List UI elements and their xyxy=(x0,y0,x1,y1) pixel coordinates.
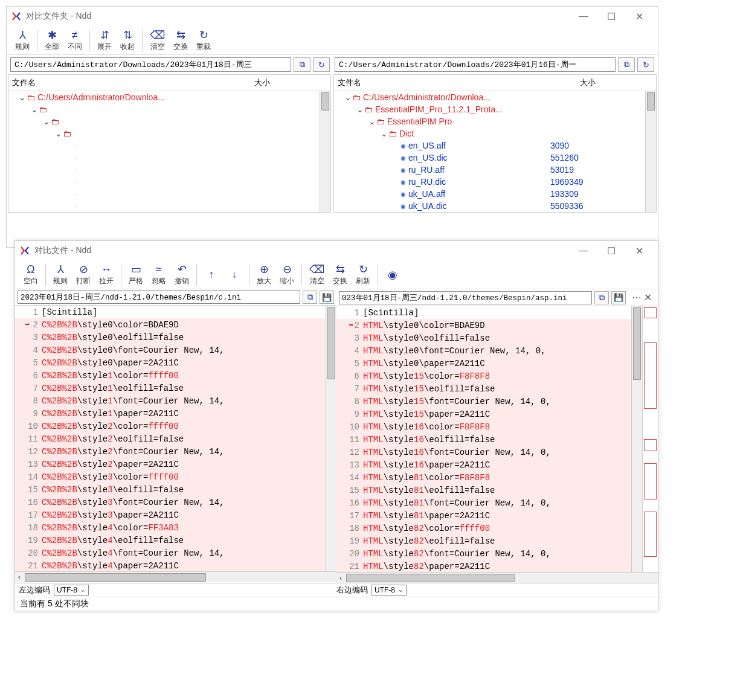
tree-file[interactable]: ◉ru_RU.aff53019 xyxy=(334,164,645,176)
col-size[interactable]: 大小 xyxy=(254,77,327,88)
app-icon xyxy=(20,246,30,254)
folder-icon: 🗀 xyxy=(376,117,385,126)
tree-folder[interactable]: ⌄🗀Dict xyxy=(334,127,645,140)
file-icon: ◉ xyxy=(400,143,406,149)
tree-folder[interactable]: ⌄🗀C:/Users/Administrator/Downloa... xyxy=(8,91,320,103)
titlebar-top: 对比文件夹 - Ndd — ☐ ✕ xyxy=(7,7,658,26)
toolbar-btn-0[interactable]: ⅄规则 xyxy=(11,27,33,53)
right-path-input[interactable] xyxy=(335,57,616,72)
left-tree-scrollbar[interactable] xyxy=(320,91,330,212)
dot-icon: · xyxy=(75,167,77,173)
tree-file[interactable]: ◉ru_RU.dic1969349 xyxy=(334,176,645,188)
dot-icon: · xyxy=(75,143,77,149)
toolbar-btn-1[interactable]: ✱全部 xyxy=(41,27,63,53)
tree-file[interactable]: · xyxy=(8,140,320,152)
window-title-top: 对比文件夹 - Ndd xyxy=(26,11,570,22)
right-browse-button[interactable]: ⧉ xyxy=(618,57,635,72)
dot-icon: · xyxy=(75,191,77,197)
folder-icon: 🗀 xyxy=(27,92,35,102)
tree-folder[interactable]: ⌄🗀EssentialPIM_Pro_11.2.1_Prota... xyxy=(334,103,645,115)
toolbar-btn-4[interactable]: ⇅收起 xyxy=(117,27,138,53)
file-icon: ◉ xyxy=(400,167,406,173)
col-filename[interactable]: 文件名 xyxy=(12,77,254,88)
right-refresh-button[interactable]: ↻ xyxy=(637,57,654,72)
tree-folder[interactable]: ⌄🗀C:/Users/Administrator/Downloa... xyxy=(334,91,645,103)
file-compare-window: 对比文件 - Ndd — ☐ ✕ Ω空白⅄规则⊘打断↔拉开▭严格≈忽略↶撤销↑↓… xyxy=(14,240,658,254)
tree-file[interactable]: ◉uk_UA.dic5509336 xyxy=(334,200,645,212)
tree-file[interactable]: ◉uk_UA.aff193309 xyxy=(334,188,645,200)
file-icon: ◉ xyxy=(400,179,406,185)
toolbar-btn-5[interactable]: ⌫清空 xyxy=(146,27,169,53)
col-filename[interactable]: 文件名 xyxy=(338,77,580,88)
tree-file[interactable]: · xyxy=(8,152,320,164)
toolbar-btn-6[interactable]: ⇆交换 xyxy=(170,27,191,53)
left-tree-pane: 文件名大小 ⌄🗀C:/Users/Administrator/Downloa..… xyxy=(8,74,331,213)
folder-icon: 🗀 xyxy=(39,104,47,114)
maximize-button[interactable]: ☐ xyxy=(597,8,625,25)
file-icon: ◉ xyxy=(400,155,406,161)
tree-file[interactable]: · xyxy=(8,200,320,212)
toolbar-btn-3[interactable]: ⇵展开 xyxy=(94,27,115,53)
folder-icon: 🗀 xyxy=(352,92,361,102)
tree-file[interactable]: · xyxy=(8,176,320,188)
folder-icon: 🗀 xyxy=(51,117,59,126)
dot-icon: · xyxy=(75,203,77,210)
folder-icon: 🗀 xyxy=(388,129,397,138)
col-size[interactable]: 大小 xyxy=(580,77,652,88)
dot-icon: · xyxy=(75,155,77,161)
tree-folder[interactable]: ⌄🗀EssentialPIM Pro xyxy=(334,115,645,127)
minimize-button[interactable]: — xyxy=(570,242,597,254)
maximize-button[interactable]: ☐ xyxy=(597,242,625,254)
folder-icon: 🗀 xyxy=(364,104,373,114)
folder-compare-window: 对比文件夹 - Ndd — ☐ ✕ ⅄规则✱全部≠不同⇵展开⇅收起⌫清空⇆交换↻… xyxy=(6,6,658,248)
tree-file[interactable]: ◉en_US.aff3090 xyxy=(334,140,645,152)
file-icon: ◉ xyxy=(400,191,406,197)
close-button[interactable]: ✕ xyxy=(625,8,653,25)
titlebar-bottom: 对比文件 - Ndd — ☐ ✕ xyxy=(15,241,658,254)
folder-icon: 🗀 xyxy=(63,129,71,138)
tree-file[interactable]: ◉en_US.dic551260 xyxy=(334,152,645,164)
window-title-bottom: 对比文件 - Ndd xyxy=(34,245,570,254)
toolbar-btn-2[interactable]: ≠不同 xyxy=(64,27,86,53)
file-icon: ◉ xyxy=(400,203,406,210)
minimize-button[interactable]: — xyxy=(570,8,597,25)
tree-folder[interactable]: ⌄🗀 xyxy=(8,103,320,115)
right-tree-scrollbar[interactable] xyxy=(645,91,656,212)
tree-file[interactable]: · xyxy=(8,164,320,176)
tree-folder[interactable]: ⌄🗀 xyxy=(8,127,320,140)
left-refresh-button[interactable]: ↻ xyxy=(313,57,330,72)
left-browse-button[interactable]: ⧉ xyxy=(294,57,310,72)
dot-icon: · xyxy=(75,179,77,185)
close-button[interactable]: ✕ xyxy=(625,242,653,254)
right-tree-pane: 文件名大小 ⌄🗀C:/Users/Administrator/Downloa..… xyxy=(333,74,657,213)
tree-folder[interactable]: ⌄🗀 xyxy=(8,115,320,127)
app-icon xyxy=(11,11,21,21)
left-path-input[interactable] xyxy=(10,57,291,72)
tree-file[interactable]: · xyxy=(8,188,320,200)
toolbar-btn-7[interactable]: ↻重载 xyxy=(193,27,214,53)
toolbar-top: ⅄规则✱全部≠不同⇵展开⇅收起⌫清空⇆交换↻重载 xyxy=(7,26,658,55)
